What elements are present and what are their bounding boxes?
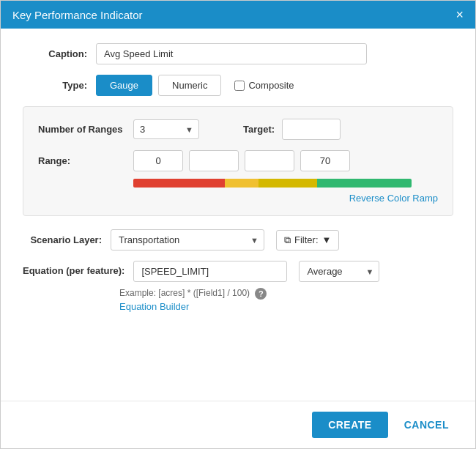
range-input-0[interactable] [133,150,183,171]
close-button[interactable]: × [455,8,464,21]
caption-label: Caption: [23,48,96,59]
type-row: Type: Gauge Numeric Composite [23,75,453,96]
color-ramp-bar [133,179,412,188]
numeric-button[interactable]: Numeric [158,75,221,96]
ranges-target-row: Number of Ranges 3 2 4 5 ▼ Target: [38,119,438,140]
target-input[interactable] [282,119,341,140]
range-row: Range: [38,150,438,171]
ranges-label: Number of Ranges [38,124,133,135]
filter-icon: ⧉ [284,234,291,246]
scenario-select-wrap: Transportation ▼ [111,229,264,251]
equation-example-text: Example: [acres] * ([Field1] / 100) [119,288,250,298]
caption-input[interactable] [96,43,367,64]
reverse-link-wrap: Reverse Color Ramp [38,192,438,204]
equation-input[interactable] [133,261,287,282]
dialog-title: Key Performance Indicator [12,9,143,21]
scenario-select[interactable]: Transportation [111,229,264,251]
aggregate-select-wrap: Average Sum Min Max ▼ [299,261,379,282]
equation-hints: Example: [acres] * ([Field1] / 100) ? Eq… [119,286,453,312]
kpi-dialog: Key Performance Indicator × Caption: Typ… [0,0,476,449]
composite-checkbox-label[interactable]: Composite [234,80,294,91]
range-input-2[interactable] [245,150,294,171]
aggregate-select[interactable]: Average Sum Min Max [299,261,379,282]
equation-builder-link[interactable]: Equation Builder [119,301,453,312]
gauge-section: Number of Ranges 3 2 4 5 ▼ Target: Range… [23,106,453,216]
filter-label: Filter: [294,234,319,245]
reverse-color-ramp-link[interactable]: Reverse Color Ramp [349,193,438,204]
equation-input-wrap [133,261,287,282]
composite-label-text: Composite [248,80,294,91]
filter-button[interactable]: ⧉ Filter: ▼ [276,230,339,251]
help-icon[interactable]: ? [255,288,267,300]
equation-row: Equation (per feature): Average Sum Min … [23,261,453,282]
equation-example: Example: [acres] * ([Field1] / 100) ? [119,288,267,298]
ranges-select[interactable]: 3 2 4 5 [133,119,199,139]
scenario-row: Scenario Layer: Transportation ▼ ⧉ Filte… [23,229,453,251]
caption-row: Caption: [23,43,453,64]
dialog-body: Caption: Type: Gauge Numeric Composite N… [1,29,475,401]
gauge-button[interactable]: Gauge [96,75,152,96]
target-label: Target: [243,124,275,135]
dialog-header: Key Performance Indicator × [1,1,475,29]
composite-checkbox[interactable] [234,81,245,91]
type-group: Gauge Numeric Composite [96,75,294,96]
type-label: Type: [23,80,96,91]
ranges-select-wrap: 3 2 4 5 ▼ [133,119,199,139]
range-input-1[interactable] [189,150,239,171]
range-inputs [133,150,350,171]
cancel-button[interactable]: CANCEL [393,412,461,438]
dialog-footer: CREATE CANCEL [1,401,475,448]
filter-arrow-icon: ▼ [322,234,332,245]
equation-label: Equation (per feature): [23,261,133,278]
range-label: Range: [38,155,133,166]
range-input-3[interactable] [300,150,350,171]
scenario-label: Scenario Layer: [23,234,111,245]
create-button[interactable]: CREATE [312,412,388,438]
